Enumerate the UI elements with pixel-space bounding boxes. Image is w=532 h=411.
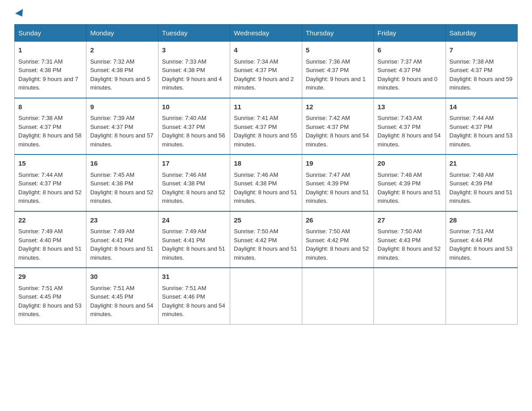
day-number: 11	[234, 102, 298, 112]
calendar-day-cell: 22Sunrise: 7:49 AMSunset: 4:40 PMDayligh…	[15, 211, 86, 268]
calendar-day-cell: 2Sunrise: 7:32 AMSunset: 4:38 PMDaylight…	[86, 42, 158, 98]
calendar-day-cell: 28Sunrise: 7:51 AMSunset: 4:44 PMDayligh…	[446, 211, 517, 268]
calendar-day-cell: 27Sunrise: 7:50 AMSunset: 4:43 PMDayligh…	[374, 211, 446, 268]
calendar-day-cell: 5Sunrise: 7:36 AMSunset: 4:37 PMDaylight…	[302, 42, 373, 98]
day-number: 18	[234, 158, 298, 169]
calendar-day-cell: 8Sunrise: 7:38 AMSunset: 4:37 PMDaylight…	[15, 98, 86, 155]
day-number: 8	[18, 102, 82, 112]
day-number: 6	[378, 45, 442, 56]
calendar-day-cell: 17Sunrise: 7:46 AMSunset: 4:38 PMDayligh…	[158, 154, 230, 211]
calendar-day-cell: 11Sunrise: 7:41 AMSunset: 4:37 PMDayligh…	[230, 98, 302, 155]
day-of-week-header: Tuesday	[158, 25, 230, 42]
calendar-day-cell: 14Sunrise: 7:44 AMSunset: 4:37 PMDayligh…	[446, 98, 517, 155]
calendar-day-cell: 4Sunrise: 7:34 AMSunset: 4:37 PMDaylight…	[230, 42, 302, 98]
calendar-header-row: SundayMondayTuesdayWednesdayThursdayFrid…	[15, 25, 518, 42]
calendar-day-cell: 1Sunrise: 7:31 AMSunset: 4:38 PMDaylight…	[15, 42, 86, 98]
day-number: 9	[90, 102, 154, 112]
calendar-day-cell: 10Sunrise: 7:40 AMSunset: 4:37 PMDayligh…	[158, 98, 230, 155]
calendar-day-cell: 16Sunrise: 7:45 AMSunset: 4:38 PMDayligh…	[86, 154, 158, 211]
day-number: 16	[90, 158, 154, 169]
day-of-week-header: Saturday	[446, 25, 517, 42]
calendar-week-row: 1Sunrise: 7:31 AMSunset: 4:38 PMDaylight…	[15, 42, 518, 98]
calendar-week-row: 15Sunrise: 7:44 AMSunset: 4:37 PMDayligh…	[15, 154, 518, 211]
day-number: 28	[450, 215, 514, 226]
logo-arrow-icon	[15, 9, 26, 19]
day-number: 13	[378, 102, 442, 112]
day-number: 5	[306, 45, 370, 56]
calendar-day-cell: 25Sunrise: 7:50 AMSunset: 4:42 PMDayligh…	[230, 211, 302, 268]
day-of-week-header: Monday	[86, 25, 158, 42]
calendar-week-row: 22Sunrise: 7:49 AMSunset: 4:40 PMDayligh…	[15, 211, 518, 268]
calendar-day-cell: 9Sunrise: 7:39 AMSunset: 4:37 PMDaylight…	[86, 98, 158, 155]
day-number: 22	[18, 215, 82, 226]
calendar-day-cell	[302, 268, 373, 324]
logo	[14, 11, 25, 17]
calendar-day-cell: 31Sunrise: 7:51 AMSunset: 4:46 PMDayligh…	[158, 268, 230, 324]
day-number: 27	[378, 215, 442, 226]
day-number: 4	[234, 45, 298, 56]
page-header	[14, 11, 518, 17]
calendar-day-cell: 21Sunrise: 7:48 AMSunset: 4:39 PMDayligh…	[446, 154, 517, 211]
calendar-day-cell: 30Sunrise: 7:51 AMSunset: 4:45 PMDayligh…	[86, 268, 158, 324]
calendar-week-row: 29Sunrise: 7:51 AMSunset: 4:45 PMDayligh…	[15, 268, 518, 324]
calendar-day-cell: 13Sunrise: 7:43 AMSunset: 4:37 PMDayligh…	[374, 98, 446, 155]
day-number: 19	[306, 158, 370, 169]
day-number: 3	[162, 45, 226, 56]
calendar-day-cell: 19Sunrise: 7:47 AMSunset: 4:39 PMDayligh…	[302, 154, 373, 211]
calendar-day-cell	[374, 268, 446, 324]
day-number: 14	[450, 102, 514, 112]
calendar-day-cell: 7Sunrise: 7:38 AMSunset: 4:37 PMDaylight…	[446, 42, 517, 98]
day-number: 12	[306, 102, 370, 112]
calendar-day-cell: 3Sunrise: 7:33 AMSunset: 4:38 PMDaylight…	[158, 42, 230, 98]
day-number: 31	[162, 272, 226, 282]
calendar-day-cell: 24Sunrise: 7:49 AMSunset: 4:41 PMDayligh…	[158, 211, 230, 268]
day-number: 1	[18, 45, 82, 56]
calendar-day-cell: 20Sunrise: 7:48 AMSunset: 4:39 PMDayligh…	[374, 154, 446, 211]
day-number: 30	[90, 272, 154, 282]
day-number: 2	[90, 45, 154, 56]
day-number: 23	[90, 215, 154, 226]
calendar-table: SundayMondayTuesdayWednesdayThursdayFrid…	[14, 24, 518, 325]
day-number: 25	[234, 215, 298, 226]
day-number: 7	[450, 45, 514, 56]
day-number: 17	[162, 158, 226, 169]
day-number: 20	[378, 158, 442, 169]
calendar-day-cell: 6Sunrise: 7:37 AMSunset: 4:37 PMDaylight…	[374, 42, 446, 98]
calendar-day-cell: 29Sunrise: 7:51 AMSunset: 4:45 PMDayligh…	[15, 268, 86, 324]
day-number: 24	[162, 215, 226, 226]
day-number: 15	[18, 158, 82, 169]
calendar-day-cell	[230, 268, 302, 324]
day-number: 26	[306, 215, 370, 226]
day-of-week-header: Sunday	[15, 25, 86, 42]
calendar-day-cell	[446, 268, 517, 324]
day-number: 29	[18, 272, 82, 282]
calendar-day-cell: 23Sunrise: 7:49 AMSunset: 4:41 PMDayligh…	[86, 211, 158, 268]
day-of-week-header: Thursday	[302, 25, 373, 42]
day-of-week-header: Friday	[374, 25, 446, 42]
calendar-day-cell: 15Sunrise: 7:44 AMSunset: 4:37 PMDayligh…	[15, 154, 86, 211]
calendar-week-row: 8Sunrise: 7:38 AMSunset: 4:37 PMDaylight…	[15, 98, 518, 155]
day-of-week-header: Wednesday	[230, 25, 302, 42]
calendar-day-cell: 12Sunrise: 7:42 AMSunset: 4:37 PMDayligh…	[302, 98, 373, 155]
calendar-day-cell: 26Sunrise: 7:50 AMSunset: 4:42 PMDayligh…	[302, 211, 373, 268]
calendar-day-cell: 18Sunrise: 7:46 AMSunset: 4:38 PMDayligh…	[230, 154, 302, 211]
day-number: 10	[162, 102, 226, 112]
day-number: 21	[450, 158, 514, 169]
